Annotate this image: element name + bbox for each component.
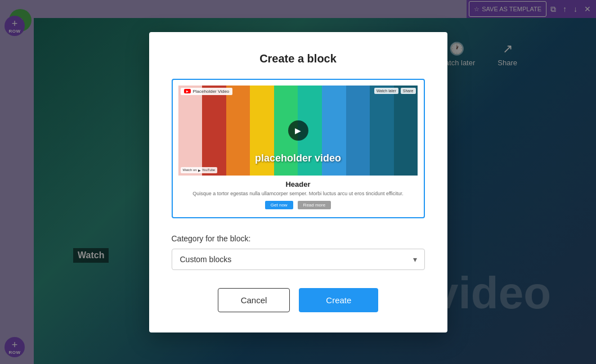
preview-cta-buttons: Get now Read more (178, 201, 418, 209)
cancel-button[interactable]: Cancel (218, 288, 290, 312)
youtube-name: YouTube (202, 168, 216, 172)
mini-video-preview: Placeholder Video Watch later Share ▶ pl… (178, 86, 418, 176)
mini-video-header-bar: Placeholder Video (181, 88, 233, 95)
mini-watch-on: Watch on ▶ YouTube (181, 167, 218, 173)
modal-action-buttons: Cancel Create (172, 288, 425, 312)
mini-watch-later-btn[interactable]: Watch later (374, 88, 398, 94)
modal-overlay: Create a block (0, 0, 596, 364)
preview-body-text: Quisque a tortor egestas nulla ullamcorp… (178, 191, 418, 196)
category-select[interactable]: Custom blocks General Hero sections Feat… (172, 249, 425, 270)
preview-inner: Placeholder Video Watch later Share ▶ pl… (176, 83, 420, 214)
category-select-wrapper: Custom blocks General Hero sections Feat… (172, 249, 425, 270)
preview-header-text: Header (178, 180, 418, 188)
create-button[interactable]: Create (299, 288, 378, 312)
youtube-icon (184, 89, 191, 93)
mini-share-btn[interactable]: Share (401, 88, 416, 94)
play-icon: ▶ (295, 126, 301, 135)
watch-on-text: Watch on (183, 168, 197, 172)
category-label: Category for the block: (172, 234, 425, 243)
preview-get-now-btn[interactable]: Get now (265, 201, 293, 209)
mini-video-title: Placeholder Video (193, 89, 230, 94)
youtube-logo-text: ▶ (198, 168, 201, 172)
mini-video-text: placeholder video (178, 152, 418, 164)
mini-video-controls: Watch later Share (374, 88, 416, 94)
mini-play-button: ▶ (288, 120, 308, 141)
modal-title: Create a block (172, 52, 425, 65)
create-block-modal: Create a block (149, 32, 447, 332)
block-preview: Placeholder Video Watch later Share ▶ pl… (172, 79, 425, 218)
preview-read-more-btn[interactable]: Read more (298, 201, 331, 209)
